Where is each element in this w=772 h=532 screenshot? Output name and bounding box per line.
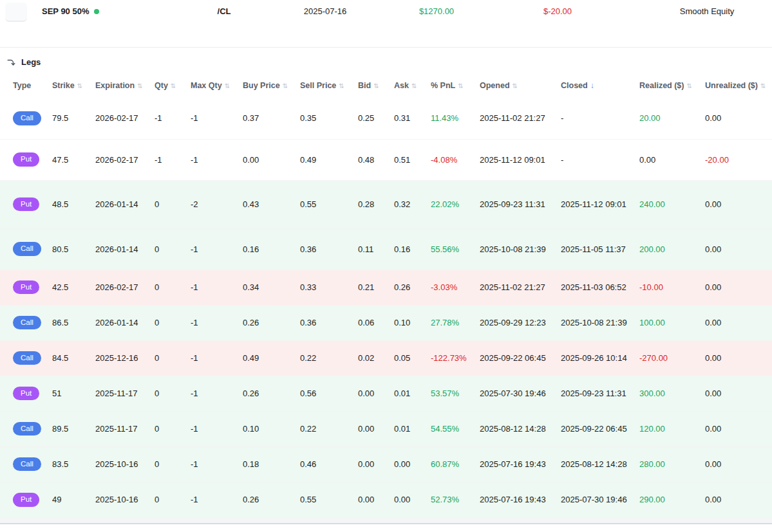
cell-buy_price: 0.43: [243, 180, 300, 228]
cell-sell_price: 0.36: [300, 305, 358, 340]
cell-sell_price: 0.33: [300, 270, 358, 305]
column-header-unrealized[interactable]: Unrealized ($)⇅: [705, 73, 772, 98]
strategy-name-group[interactable]: SEP 90 50%: [42, 6, 99, 16]
column-header-pnl[interactable]: % PnL⇅: [431, 73, 480, 98]
cell-qty: 0: [155, 270, 191, 305]
sort-desc-icon[interactable]: ↓: [590, 81, 594, 90]
sort-icon[interactable]: ⇅: [171, 82, 176, 89]
cell-qty: 0: [155, 180, 191, 228]
leg-row[interactable]: Call79.52026-02-17-1-10.370.350.250.3111…: [0, 98, 772, 139]
cell-max_qty: -1: [191, 446, 243, 482]
cell-strike: 89.5: [52, 411, 95, 446]
leg-row[interactable]: Put48.52026-01-140-20.430.550.280.3222.0…: [0, 180, 772, 228]
cell-expiration: 2026-01-14: [95, 228, 155, 270]
column-header-opened[interactable]: Opened⇅: [480, 73, 561, 98]
cell-buy_price: 0.00: [243, 139, 300, 180]
cell-unrealized: 0.00: [705, 228, 772, 270]
cell-pnl_pct: 60.87%: [431, 446, 480, 482]
column-header-ask[interactable]: Ask⇅: [394, 73, 431, 98]
leg-row[interactable]: Call80.52026-01-140-10.160.360.110.1655.…: [0, 228, 772, 270]
cell-bid: 0.11: [358, 228, 394, 270]
column-label: % PnL: [431, 81, 455, 90]
column-header-sell-price[interactable]: Sell Price⇅: [300, 73, 358, 98]
leg-row[interactable]: Call84.52025-12-160-10.490.220.020.05-12…: [0, 340, 772, 376]
cell-bid: 0.02: [358, 340, 394, 376]
mode-label: Smooth Equity: [680, 6, 735, 16]
column-header-buy-price[interactable]: Buy Price⇅: [243, 73, 300, 98]
sort-icon[interactable]: ⇅: [137, 82, 142, 89]
cell-ask: 0.01: [394, 376, 431, 411]
cell-expiration: 2026-01-14: [95, 305, 155, 340]
column-label: Opened: [480, 81, 510, 90]
sort-icon[interactable]: ⇅: [225, 82, 230, 89]
cell-buy_price: 0.37: [243, 98, 300, 139]
leg-row[interactable]: Call86.52026-01-140-10.260.360.060.1027.…: [0, 305, 772, 340]
cell-buy_price: 0.49: [243, 340, 300, 376]
symbol-label: /CL: [218, 6, 231, 16]
column-label: Type: [13, 81, 31, 90]
cell-pnl_pct: 27.78%: [431, 305, 480, 340]
cell-opened: 2025-10-08 21:39: [480, 228, 561, 270]
cell-expiration: 2026-02-17: [95, 270, 155, 305]
cell-max_qty: -1: [191, 340, 243, 376]
column-header-closed[interactable]: Closed↓: [561, 73, 639, 98]
cell-closed: 2025-11-03 06:52: [561, 270, 639, 305]
sort-icon[interactable]: ⇅: [513, 82, 518, 89]
sort-icon[interactable]: ⇅: [373, 82, 379, 89]
sort-icon[interactable]: ⇅: [411, 82, 417, 89]
cell-qty: 0: [155, 376, 191, 411]
cell-max_qty: -1: [191, 411, 243, 446]
column-header-expiration[interactable]: Expiration⇅: [95, 73, 155, 98]
cell-ask: 0.05: [394, 340, 431, 376]
cell-strike: 51: [52, 376, 95, 411]
leg-row[interactable]: Put47.52026-02-17-1-10.000.490.480.51-4.…: [0, 139, 772, 180]
cell-opened: 2025-11-02 21:27: [480, 270, 561, 305]
column-header-qty[interactable]: Qty⇅: [155, 73, 191, 98]
cell-realized: 120.00: [639, 411, 705, 446]
column-header-strike[interactable]: Strike⇅: [52, 73, 95, 98]
cell-sell_price: 0.46: [300, 446, 358, 482]
sort-icon[interactable]: ⇅: [77, 82, 82, 89]
cell-type: Call: [0, 340, 52, 376]
strategy-thumbnail[interactable]: [5, 3, 27, 22]
cell-qty: 0: [155, 411, 191, 446]
cell-strike: 47.5: [52, 139, 95, 180]
leg-row[interactable]: Call83.52025-10-160-10.180.460.000.0060.…: [0, 446, 772, 482]
leg-row[interactable]: Put42.52026-02-170-10.340.330.210.26-3.0…: [0, 270, 772, 305]
leg-row[interactable]: Put492025-10-160-10.260.550.000.0052.73%…: [0, 482, 772, 517]
cell-max_qty: -1: [191, 98, 243, 139]
leg-row[interactable]: Call89.52025-11-170-10.100.220.000.0154.…: [0, 411, 772, 446]
cell-unrealized: 0.00: [705, 270, 772, 305]
cell-pnl_pct: -3.03%: [431, 270, 480, 305]
cell-pnl_pct: 22.02%: [431, 180, 480, 228]
cell-sell_price: 0.22: [300, 411, 358, 446]
column-label: Unrealized ($): [705, 81, 758, 90]
cell-qty: 0: [155, 305, 191, 340]
cell-buy_price: 0.26: [243, 305, 300, 340]
sort-icon[interactable]: ⇅: [339, 82, 344, 89]
cell-strike: 80.5: [52, 228, 95, 270]
leg-type-badge: Call: [13, 422, 41, 436]
cell-unrealized: 0.00: [705, 340, 772, 376]
cell-pnl_pct: -122.73%: [431, 340, 480, 376]
table-bottom-scroll-track[interactable]: [0, 517, 772, 524]
column-header-max-qty[interactable]: Max Qty⇅: [191, 73, 243, 98]
corner-down-arrow-icon[interactable]: [6, 58, 15, 67]
cell-pnl_pct: 54.55%: [431, 411, 480, 446]
column-header-realized[interactable]: Realized ($)⇅: [639, 73, 705, 98]
leg-row[interactable]: Put512025-11-170-10.260.560.000.0153.57%…: [0, 376, 772, 411]
sort-icon[interactable]: ⇅: [283, 82, 288, 89]
sort-icon[interactable]: ⇅: [686, 82, 692, 89]
sort-icon[interactable]: ⇅: [760, 82, 766, 89]
sort-icon[interactable]: ⇅: [458, 82, 463, 89]
cell-ask: 0.31: [394, 98, 431, 139]
column-header-bid[interactable]: Bid⇅: [358, 73, 394, 98]
column-label: Max Qty: [191, 81, 222, 90]
cell-strike: 42.5: [52, 270, 95, 305]
cell-qty: 0: [155, 340, 191, 376]
cell-sell_price: 0.35: [300, 98, 358, 139]
cell-closed: -: [561, 139, 639, 180]
cell-expiration: 2026-01-14: [95, 180, 155, 228]
column-label: Expiration: [95, 81, 135, 90]
legs-section: Legs TypeStrike⇅Expiration⇅Qty⇅Max Qty⇅B…: [0, 48, 772, 517]
